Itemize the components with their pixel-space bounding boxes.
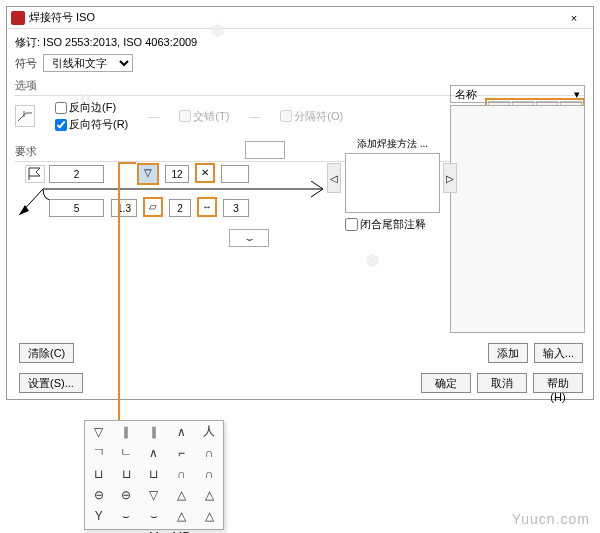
palette-cell[interactable]: ㄴ: [113, 442, 141, 463]
palette-cell[interactable]: ∥: [140, 421, 168, 442]
method-prev-arrow[interactable]: ◁: [327, 163, 341, 193]
bot-mid2-input[interactable]: [169, 199, 191, 217]
palette-cell[interactable]: ∧: [140, 442, 168, 463]
palette-cell[interactable]: ▰: [85, 526, 113, 533]
name-list[interactable]: [450, 105, 585, 333]
palette-cell[interactable]: △: [195, 484, 223, 505]
callout-connector-h: [118, 162, 136, 164]
weld-symbol-dialog: 焊接符号 ISO × 修订: ISO 2553:2013, ISO 4063:2…: [6, 6, 594, 400]
requirements-area: ▽ ✕ ▱ ↔ ⌣ 添加焊接方法 ... 闭合尾部注释 ◁ ▷: [15, 137, 445, 297]
palette-cell[interactable]: ⊔: [113, 463, 141, 484]
watermark-mark: n: [80, 88, 91, 109]
method-next-arrow[interactable]: ▷: [443, 163, 457, 193]
palette-cell[interactable]: ⌐: [168, 442, 196, 463]
import-button[interactable]: 输入...: [534, 343, 583, 363]
palette-cell[interactable]: △: [195, 505, 223, 526]
method-list[interactable]: [345, 153, 440, 213]
palette-cell[interactable]: ∩: [168, 463, 196, 484]
palette-cell[interactable]: ⌣: [113, 505, 141, 526]
clear-button[interactable]: 清除(C): [19, 343, 74, 363]
watermark-mark: ❄: [365, 250, 380, 272]
cancel-button[interactable]: 取消: [477, 373, 527, 393]
palette-cell[interactable]: ⊖: [85, 484, 113, 505]
bot-mid3-input[interactable]: [223, 199, 249, 217]
weld-symbol-palette: ▽∥∥∧人ㄱㄴ∧⌐∩⊔⊔⊔∩∩⊖⊖▽△△Y⌣⌣△△▰⊔MMR: [84, 420, 224, 530]
palette-cell[interactable]: M: [140, 526, 168, 533]
name-panel: 名称 ▾: [450, 85, 585, 335]
palette-cell[interactable]: [195, 526, 223, 533]
help-button[interactable]: 帮助(H): [533, 373, 583, 393]
close-icon[interactable]: ×: [559, 12, 589, 24]
site-watermark: Yuucn.com: [512, 511, 590, 527]
palette-cell[interactable]: ⊔: [85, 463, 113, 484]
palette-cell[interactable]: Y: [85, 505, 113, 526]
palette-cell[interactable]: ∩: [195, 442, 223, 463]
bot-mid1-input[interactable]: [111, 199, 137, 217]
method-title: 添加焊接方法 ...: [345, 137, 440, 151]
spacer-checkbox: 分隔符(O): [280, 109, 343, 124]
palette-cell[interactable]: ⊔: [140, 463, 168, 484]
top-finish-symbol[interactable]: ✕: [195, 163, 215, 183]
window-title: 焊接符号 ISO: [29, 10, 559, 25]
closed-tail-checkbox[interactable]: 闭合尾部注释: [345, 217, 440, 232]
palette-cell[interactable]: ⌣: [140, 505, 168, 526]
weld-method-panel: 添加焊接方法 ... 闭合尾部注释: [345, 137, 440, 232]
palette-cell[interactable]: △: [168, 484, 196, 505]
palette-cell[interactable]: ㄱ: [85, 442, 113, 463]
stagger-checkbox: 交错(T): [179, 109, 229, 124]
titlebar: 焊接符号 ISO ×: [7, 7, 593, 29]
callout-connector: [118, 162, 120, 422]
palette-cell[interactable]: ∥: [113, 421, 141, 442]
palette-cell[interactable]: ⊔: [113, 526, 141, 533]
palette-cell[interactable]: ⊖: [113, 484, 141, 505]
bot-contour-select[interactable]: ⌣: [229, 229, 269, 247]
palette-cell[interactable]: MR: [168, 526, 196, 533]
bot-finish-symbol[interactable]: ↔: [197, 197, 217, 217]
symbol-label: 符号: [15, 56, 43, 71]
palette-cell[interactable]: ∧: [168, 421, 196, 442]
bot-left-input[interactable]: [49, 199, 104, 217]
palette-cell[interactable]: 人: [195, 421, 223, 442]
flip-symbol-checkbox[interactable]: 反向符号(R): [55, 117, 128, 132]
name-header[interactable]: 名称 ▾: [450, 85, 585, 103]
palette-cell[interactable]: △: [168, 505, 196, 526]
ok-button[interactable]: 确定: [421, 373, 471, 393]
watermark-mark: ❄: [210, 20, 225, 42]
palette-cell[interactable]: ▽: [85, 421, 113, 442]
settings-button[interactable]: 设置(S)...: [19, 373, 83, 393]
symbol-select[interactable]: 引线和文字: [43, 54, 133, 72]
flip-edge-checkbox[interactable]: 反向边(F): [55, 100, 128, 115]
app-icon: [11, 11, 25, 25]
palette-cell[interactable]: ∩: [195, 463, 223, 484]
chevron-down-icon: ▾: [574, 88, 580, 101]
palette-cell[interactable]: ▽: [140, 484, 168, 505]
bot-weld-symbol[interactable]: ▱: [143, 197, 163, 217]
revision-label: 修订: ISO 2553:2013, ISO 4063:2009: [15, 35, 585, 50]
add-button[interactable]: 添加: [488, 343, 528, 363]
option-preview-icon: [15, 105, 35, 127]
top-contour-select[interactable]: [245, 141, 285, 159]
